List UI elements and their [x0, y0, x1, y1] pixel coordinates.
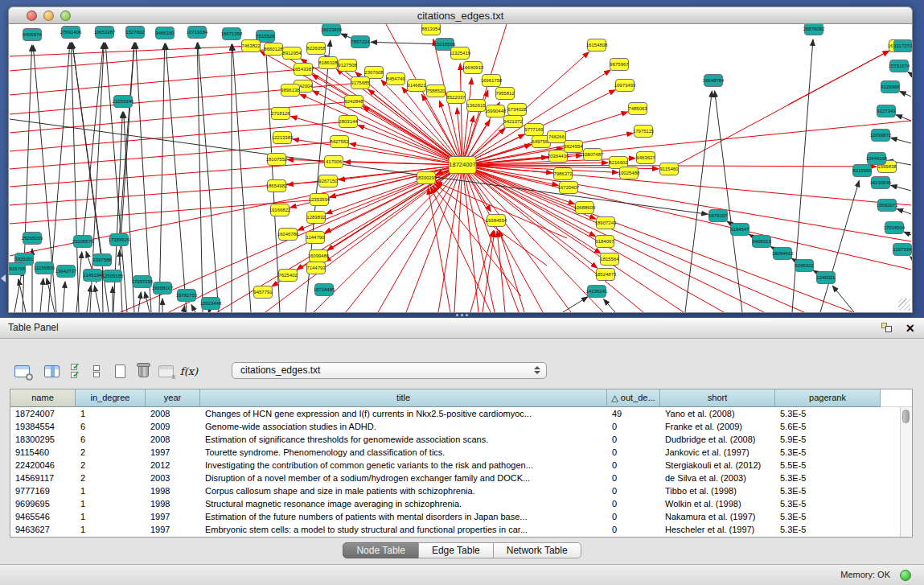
graph-edge: [325, 165, 462, 262]
table-cell: 0: [607, 523, 660, 536]
function-builder-button[interactable]: f(x): [179, 360, 199, 381]
graph-node-label: 12923448: [200, 301, 222, 306]
column-header-short[interactable]: short: [660, 389, 775, 407]
dropdown-arrows-icon: [534, 366, 540, 374]
graph-node-label: 20206576: [72, 239, 94, 244]
scrollbar-thumb[interactable]: [902, 410, 910, 423]
graph-edge: [291, 117, 462, 165]
graph-node-label: 16154808: [586, 43, 608, 47]
graph-edge: [63, 282, 65, 312]
column-header-title[interactable]: title: [200, 389, 607, 407]
float-panel-button[interactable]: [881, 323, 893, 334]
vertical-scrollbar[interactable]: [900, 407, 912, 537]
tab-edge-table[interactable]: Edge Table: [418, 542, 494, 558]
table-row[interactable]: 1938455462009Genome-wide association stu…: [10, 420, 900, 433]
column-header-pagerank[interactable]: pagerank: [775, 389, 881, 407]
table-row[interactable]: 969969511998Structural magnetic resonanc…: [10, 497, 900, 510]
select-all-button[interactable]: [64, 360, 84, 381]
graph-edge: [604, 299, 615, 312]
table-row[interactable]: 1830029562008Estimation of significance …: [10, 433, 900, 446]
graph-edge: [820, 180, 859, 312]
graph-node-label: 9408013: [752, 239, 771, 244]
table-cell: 22420046: [10, 459, 76, 472]
graph-node-label: 16990448: [485, 109, 507, 113]
tab-node-table[interactable]: Node Table: [343, 542, 419, 558]
table-row[interactable]: 1872400712008Changes of HCN gene express…: [10, 407, 900, 420]
graph-edge: [406, 165, 462, 312]
graph-node-label: 18724007: [449, 161, 475, 168]
delete-rows-button[interactable]: [133, 360, 154, 381]
graph-node-label: 9466160: [155, 31, 175, 35]
table-cell: 9115460: [10, 446, 76, 459]
table-cell: 1: [76, 407, 146, 420]
graph-edge: [891, 185, 911, 191]
graph-node-label: 9242848: [344, 99, 363, 104]
graph-edge: [910, 257, 911, 257]
unselect-all-button[interactable]: [86, 360, 107, 381]
graph-edge: [685, 91, 712, 312]
table-cell: Stergiakouli et al. (2012): [660, 459, 775, 472]
table-select-dropdown[interactable]: citations_edges.txt: [232, 362, 547, 379]
graph-node-label: 12505185: [102, 274, 124, 278]
panel-divider-handle[interactable]: [456, 314, 468, 316]
table-cell: 9777169: [10, 484, 76, 497]
table-settings-button[interactable]: [11, 360, 32, 381]
graph-node-label: 7986372: [553, 171, 573, 176]
column-header-in_degree[interactable]: in_degree: [76, 389, 146, 407]
new-table-button[interactable]: [109, 360, 130, 381]
table-cell: Changes of HCN gene expression and I(f) …: [200, 407, 607, 420]
empty-boxes-icon: [93, 365, 100, 378]
table-row[interactable]: 1456911722003Disruption of a novel membe…: [10, 472, 900, 484]
graph-edge: [462, 165, 911, 205]
graph-node-label: 7625402: [278, 273, 298, 278]
graph-node-label: 8186328: [318, 60, 338, 65]
node-table: namein_degreeyeartitle△ out_de...shortpa…: [10, 389, 913, 538]
graph-node-label: 26876082: [803, 27, 825, 31]
graph-edge: [145, 292, 150, 312]
table-cell: 5.3E-5: [775, 510, 881, 523]
column-header-name[interactable]: name: [10, 389, 76, 407]
table-row[interactable]: 946362711997Embryonic stem cells: a mode…: [10, 523, 900, 536]
select-columns-button[interactable]: [41, 360, 62, 381]
graph-node-label: 1599838: [877, 164, 897, 169]
graph-node-label: 16543387: [293, 67, 314, 72]
table-row[interactable]: 977716911998Corpus callosum shape and si…: [10, 484, 900, 497]
citation-network-graph[interactable]: 1872400718300295193845549405574276914061…: [9, 24, 912, 312]
graph-node-label: 7857224: [351, 39, 370, 44]
graph-node-label: 8912954: [282, 51, 302, 56]
table-row[interactable]: 911546021997Tourette syndrome. Phenomeno…: [10, 446, 900, 459]
table-cell: Structural magnetic resonance image aver…: [200, 497, 607, 510]
column-header-out_degree[interactable]: △ out_de...: [607, 389, 660, 407]
graph-node-label: 17957255: [132, 279, 154, 284]
table-cell: Jankovic et al. (1997): [660, 446, 775, 459]
graph-edge: [10, 46, 251, 56]
graph-node-label: 6734028: [507, 107, 527, 112]
tab-network-table[interactable]: Network Table: [493, 542, 581, 558]
graph-node-label: 7955812: [495, 91, 515, 96]
column-header-year[interactable]: year: [146, 389, 200, 407]
table-cell: 2008: [146, 433, 200, 446]
graph-node-label: 8522037: [446, 95, 466, 100]
panel-collapse-arrow-icon[interactable]: [1, 274, 6, 282]
table-cell: Yano et al. (2008): [660, 407, 775, 420]
table-cell: 1: [76, 510, 146, 523]
network-canvas[interactable]: 1872400718300295193845549405574276914061…: [8, 24, 913, 313]
graph-edge: [563, 297, 588, 312]
table-cell: 5.3E-5: [775, 484, 881, 497]
graph-node-label: 16958107: [152, 286, 174, 290]
graph-node-label: 746266: [548, 134, 565, 139]
table-cell: Dudbridge et al. (2008): [660, 433, 775, 446]
graph-node-label: 16671358: [221, 31, 243, 36]
table-cell: 6: [76, 420, 146, 433]
table-row[interactable]: 946554611997Estimation of the future num…: [10, 510, 900, 523]
graph-node-label: 21053346: [113, 99, 134, 104]
graph-node-label: 1117270: [894, 43, 912, 48]
window-titlebar[interactable]: citations_edges.txt: [8, 6, 913, 24]
resize-grip-icon[interactable]: [898, 299, 910, 311]
table-cell: 1997: [146, 510, 200, 523]
graph-node-label: 12093872: [870, 133, 892, 138]
close-panel-button[interactable]: ×: [906, 319, 914, 338]
table-row[interactable]: 2242004622012Investigating the contribut…: [10, 459, 900, 472]
window-title: citations_edges.txt: [9, 7, 912, 24]
graph-node-label: 15718485: [314, 287, 335, 292]
